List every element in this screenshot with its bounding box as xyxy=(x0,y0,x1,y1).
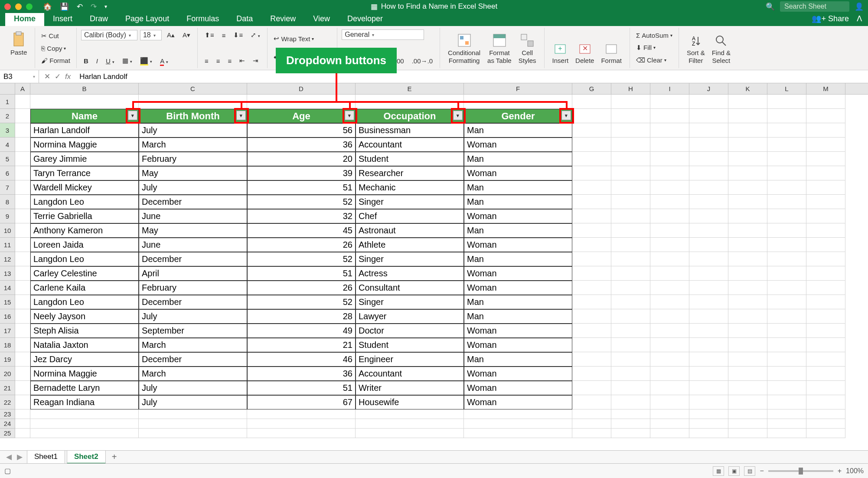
column-header-D[interactable]: D xyxy=(247,83,356,94)
cell[interactable] xyxy=(806,266,845,281)
cell[interactable] xyxy=(650,419,689,429)
cell[interactable] xyxy=(689,180,728,195)
cell[interactable] xyxy=(572,195,611,209)
cell[interactable]: Singer xyxy=(356,252,464,266)
cell[interactable] xyxy=(728,238,767,252)
cell[interactable] xyxy=(464,409,572,419)
cell[interactable] xyxy=(728,223,767,238)
cell[interactable] xyxy=(15,324,30,338)
row-header-4[interactable]: 4 xyxy=(0,138,15,152)
cell[interactable] xyxy=(15,138,30,152)
cell[interactable] xyxy=(767,238,806,252)
cell[interactable] xyxy=(689,95,728,109)
cell[interactable] xyxy=(30,95,139,109)
cell[interactable]: Woman xyxy=(464,381,572,395)
cell[interactable]: Chef xyxy=(356,209,464,223)
cell[interactable]: May xyxy=(139,223,247,238)
cell[interactable] xyxy=(689,195,728,209)
column-header-G[interactable]: G xyxy=(572,83,611,94)
column-header-E[interactable]: E xyxy=(356,83,464,94)
cell[interactable] xyxy=(806,95,845,109)
cell[interactable] xyxy=(611,166,650,180)
cell[interactable] xyxy=(650,367,689,381)
cell[interactable]: 56 xyxy=(247,123,356,138)
cell[interactable] xyxy=(650,252,689,266)
cell[interactable] xyxy=(611,281,650,295)
cell[interactable]: Garey Jimmie xyxy=(30,152,139,166)
cell[interactable] xyxy=(15,95,30,109)
cell[interactable]: February xyxy=(139,152,247,166)
cell[interactable] xyxy=(728,152,767,166)
macro-record-icon[interactable]: ▢ xyxy=(4,467,11,475)
cell[interactable] xyxy=(767,152,806,166)
cell[interactable] xyxy=(572,209,611,223)
bold-button[interactable]: B xyxy=(81,56,91,66)
cell[interactable]: Woman xyxy=(464,238,572,252)
cell[interactable]: Woman xyxy=(464,166,572,180)
cancel-formula-icon[interactable]: ✕ xyxy=(44,72,50,81)
cell[interactable] xyxy=(611,152,650,166)
page-layout-view-button[interactable]: ▣ xyxy=(728,466,740,476)
cell[interactable] xyxy=(728,252,767,266)
row-header-20[interactable]: 20 xyxy=(0,367,15,381)
column-header-M[interactable]: M xyxy=(806,83,845,94)
cell[interactable] xyxy=(767,338,806,352)
cell[interactable] xyxy=(806,429,845,438)
cell[interactable]: March xyxy=(139,367,247,381)
cell[interactable] xyxy=(728,109,767,123)
cell[interactable]: 52 xyxy=(247,295,356,309)
cell[interactable] xyxy=(356,409,464,419)
cell[interactable]: March xyxy=(139,138,247,152)
user-icon[interactable]: 👤 xyxy=(855,2,864,11)
cell[interactable] xyxy=(728,352,767,367)
cell[interactable] xyxy=(15,195,30,209)
row-header-22[interactable]: 22 xyxy=(0,395,15,409)
row-header-6[interactable]: 6 xyxy=(0,166,15,180)
cell[interactable]: Astronaut xyxy=(356,223,464,238)
cell[interactable]: Writer xyxy=(356,381,464,395)
cell[interactable] xyxy=(572,281,611,295)
cell[interactable] xyxy=(611,209,650,223)
select-all-corner[interactable] xyxy=(0,83,15,94)
cell[interactable] xyxy=(689,367,728,381)
cell[interactable] xyxy=(767,109,806,123)
row-header-24[interactable]: 24 xyxy=(0,419,15,429)
cell[interactable] xyxy=(15,429,30,438)
cell[interactable] xyxy=(767,281,806,295)
cell[interactable] xyxy=(572,123,611,138)
decrease-indent-button[interactable]: ⇤ xyxy=(237,55,248,66)
cell[interactable] xyxy=(689,419,728,429)
cell[interactable] xyxy=(572,252,611,266)
cell[interactable]: Woman xyxy=(464,338,572,352)
cell[interactable]: Langdon Leo xyxy=(30,195,139,209)
cell[interactable]: Woman xyxy=(464,281,572,295)
cell[interactable]: Carlene Kaila xyxy=(30,281,139,295)
cell[interactable] xyxy=(15,209,30,223)
zoom-level[interactable]: 100% xyxy=(846,467,864,475)
cell[interactable] xyxy=(572,166,611,180)
cell[interactable] xyxy=(806,295,845,309)
cell[interactable]: December xyxy=(139,195,247,209)
cell[interactable] xyxy=(767,166,806,180)
cell[interactable]: Reagan Indiana xyxy=(30,395,139,409)
cell[interactable] xyxy=(728,324,767,338)
align-middle-button[interactable]: ≡ xyxy=(219,30,228,41)
cell[interactable]: Actress xyxy=(356,266,464,281)
cell[interactable] xyxy=(689,352,728,367)
fill-color-button[interactable]: ⬛ ▾ xyxy=(137,55,155,66)
cell[interactable] xyxy=(728,419,767,429)
ribbon-tab-view[interactable]: View xyxy=(304,12,339,26)
cell[interactable]: July xyxy=(139,381,247,395)
cell[interactable]: 26 xyxy=(247,281,356,295)
cell[interactable]: Man xyxy=(464,195,572,209)
zoom-out-button[interactable]: − xyxy=(760,467,764,475)
scroll-sheets-left-icon[interactable]: ◀ xyxy=(3,452,14,462)
align-left-button[interactable]: ≡ xyxy=(202,56,211,66)
cell[interactable]: Langdon Leo xyxy=(30,295,139,309)
row-header-13[interactable]: 13 xyxy=(0,266,15,281)
ribbon-tab-page-layout[interactable]: Page Layout xyxy=(117,12,178,26)
cell[interactable]: Bernadette Laryn xyxy=(30,381,139,395)
close-window-button[interactable] xyxy=(4,3,11,10)
cell[interactable] xyxy=(247,429,356,438)
zoom-slider[interactable] xyxy=(768,470,833,472)
